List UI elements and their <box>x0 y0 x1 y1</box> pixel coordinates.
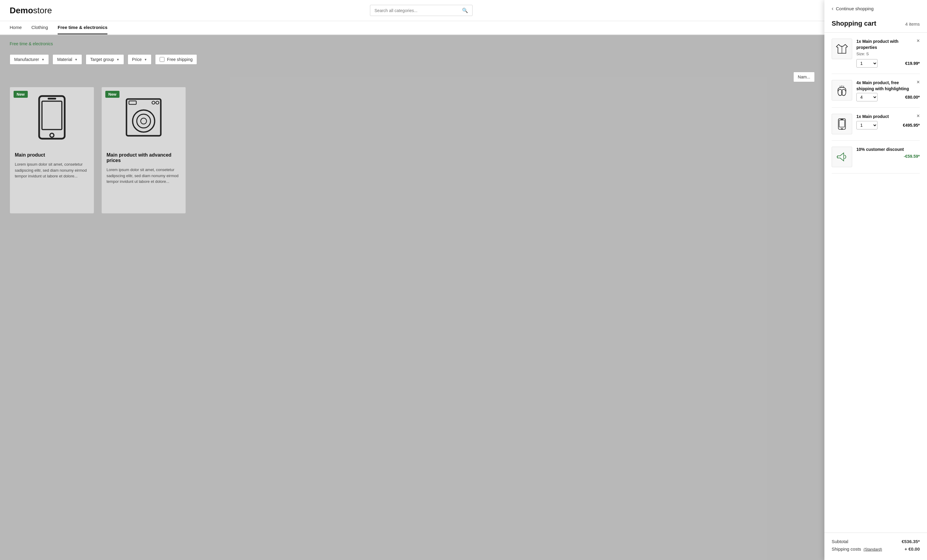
filter-price[interactable]: Price ▼ <box>128 54 152 65</box>
continue-shopping-button[interactable]: ‹ Continue shopping <box>824 0 927 17</box>
svg-rect-0 <box>39 96 65 138</box>
filter-material[interactable]: Material ▼ <box>53 54 82 65</box>
cart-item-row-1: 1234 €19.99* <box>856 59 920 68</box>
chevron-down-icon: ▼ <box>144 58 147 61</box>
svg-rect-18 <box>839 120 845 127</box>
gloves-icon <box>835 83 848 97</box>
product-name-2: Main product with advanced prices <box>106 152 181 163</box>
svg-marker-21 <box>837 153 844 161</box>
cart-item-name-3: 1x Main product <box>856 114 920 120</box>
product-card-1[interactable]: New Main product Lorem ipsum dolor sit a… <box>10 87 94 214</box>
cart-item-image-3 <box>832 114 852 134</box>
chevron-down-icon: ▼ <box>74 58 78 61</box>
cart-item-details-2: 4x Main product, free shipping with high… <box>856 80 920 102</box>
cart-item-2: 4x Main product, free shipping with high… <box>832 74 920 108</box>
cart-panel: ‹ Continue shopping Shopping cart 4 item… <box>824 0 927 560</box>
chevron-down-icon: ▼ <box>117 58 120 61</box>
subtotal-row: Subtotal €536.35* <box>832 539 920 544</box>
breadcrumb: Free time & electronics <box>0 35 824 50</box>
cart-item-row-4: -€59.59* <box>856 154 920 159</box>
cart-item-details-1: 1x Main product with properties Size: S … <box>856 39 920 68</box>
subtotal-value: €536.35* <box>902 539 920 544</box>
nav-item-home[interactable]: Home <box>10 21 22 34</box>
cart-item-image-1 <box>832 39 852 59</box>
cart-item-price-1: €19.99* <box>905 61 920 66</box>
filter-free-shipping[interactable]: Free shipping <box>155 54 197 65</box>
phone-icon <box>32 93 71 141</box>
cart-item-name-4: 10% customer discount <box>856 147 920 153</box>
product-badge-2: New <box>105 91 120 98</box>
svg-rect-1 <box>42 101 62 129</box>
continue-shopping-label: Continue shopping <box>836 6 874 11</box>
shipping-label: Shipping costs (Standard) <box>832 546 882 552</box>
cart-item-3: 1x Main product 123 €495.95* × <box>832 108 920 141</box>
nav-item-clothing[interactable]: Clothing <box>31 21 48 34</box>
search-input[interactable] <box>374 8 462 13</box>
discount-icon <box>835 150 848 164</box>
cart-count: 4 items <box>905 21 920 27</box>
shipping-value: + €0.00 <box>905 546 920 552</box>
cart-item-sub-1: Size: S <box>856 52 920 56</box>
cart-item-row-2: 1234 €80.00* <box>856 93 920 102</box>
svg-point-5 <box>132 110 155 132</box>
svg-point-2 <box>50 134 54 137</box>
product-badge-1: New <box>14 91 28 98</box>
svg-rect-8 <box>129 101 136 105</box>
cart-item-image-2 <box>832 80 852 100</box>
search-bar[interactable]: 🔍 <box>370 5 473 16</box>
cart-item-qty-2[interactable]: 1234 <box>856 93 877 102</box>
cart-footer: Subtotal €536.35* Shipping costs (Standa… <box>824 533 927 560</box>
product-desc-2: Lorem ipsum dolor sit amet, consetetur s… <box>106 167 181 185</box>
cart-item-1: 1x Main product with properties Size: S … <box>832 33 920 74</box>
sort-row: Nam... <box>0 70 824 87</box>
shipping-row: Shipping costs (Standard) + €0.00 <box>832 546 920 552</box>
search-button[interactable]: 🔍 <box>462 8 468 13</box>
sort-button[interactable]: Nam... <box>793 72 815 82</box>
back-arrow-icon: ‹ <box>832 5 833 12</box>
chevron-down-icon: ▼ <box>41 58 44 61</box>
svg-point-6 <box>137 114 150 128</box>
cart-item-qty-3[interactable]: 123 <box>856 121 877 129</box>
cart-item-qty-1[interactable]: 1234 <box>856 59 877 68</box>
cart-item-4: 10% customer discount -€59.59* <box>832 141 920 173</box>
svg-point-19 <box>841 128 842 129</box>
navigation: Home Clothing Free time & electronics <box>0 21 824 35</box>
logo-regular: store <box>33 6 52 15</box>
filter-target-group[interactable]: Target group ▼ <box>86 54 124 65</box>
cart-item-image-4 <box>832 147 852 167</box>
cart-item-name-1: 1x Main product with properties <box>856 39 920 50</box>
logo: Demostore <box>10 6 52 15</box>
svg-point-9 <box>152 101 155 104</box>
shipping-standard-link[interactable]: (Standard) <box>864 547 882 552</box>
logo-bold: Demo <box>10 6 33 15</box>
product-desc-1: Lorem ipsum dolor sit amet, consetetur s… <box>15 161 89 179</box>
product-card-2[interactable]: New Main product with advanced prices Lo… <box>102 87 186 214</box>
cart-item-remove-1[interactable]: × <box>916 38 920 44</box>
svg-rect-3 <box>48 98 56 100</box>
cart-item-price-2: €80.00* <box>905 95 920 100</box>
products-grid: New Main product Lorem ipsum dolor sit a… <box>0 87 824 214</box>
product-info-2: Main product with advanced prices Lorem … <box>102 147 185 190</box>
breadcrumb-link[interactable]: Free time & electronics <box>10 41 53 46</box>
cart-item-remove-2[interactable]: × <box>916 79 920 85</box>
cart-item-details-3: 1x Main product 123 €495.95* <box>856 114 920 129</box>
washer-icon <box>124 93 163 141</box>
cart-items-list: 1x Main product with properties Size: S … <box>824 33 927 533</box>
filter-bar: Manufacturer ▼ Material ▼ Target group ▼… <box>0 50 824 70</box>
subtotal-label: Subtotal <box>832 539 848 544</box>
cart-item-row-3: 123 €495.95* <box>856 121 920 129</box>
cart-item-name-2: 4x Main product, free shipping with high… <box>856 80 920 92</box>
phone-small-icon <box>835 117 848 131</box>
cart-item-price-3: €495.95* <box>903 123 920 127</box>
svg-point-10 <box>156 101 159 104</box>
free-shipping-checkbox[interactable] <box>160 57 164 62</box>
product-name-1: Main product <box>15 152 89 158</box>
filter-manufacturer[interactable]: Manufacturer ▼ <box>10 54 49 65</box>
cart-item-remove-3[interactable]: × <box>916 113 920 118</box>
svg-point-7 <box>141 118 147 124</box>
cart-item-details-4: 10% customer discount -€59.59* <box>856 147 920 159</box>
cart-title: Shopping cart <box>832 20 876 27</box>
cart-header: Shopping cart 4 items <box>824 17 927 33</box>
nav-item-free-time[interactable]: Free time & electronics <box>58 21 108 34</box>
svg-rect-20 <box>841 119 843 120</box>
